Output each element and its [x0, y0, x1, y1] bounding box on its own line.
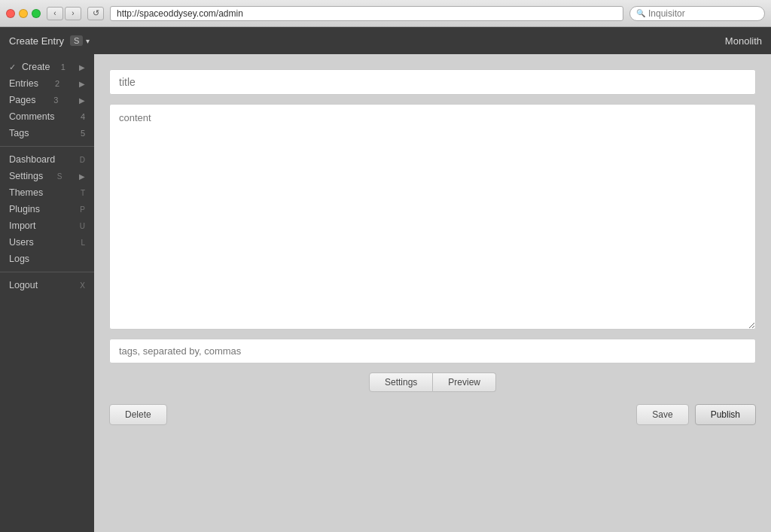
- search-icon: 🔍: [636, 9, 645, 17]
- arrow-icon: ▶: [79, 63, 85, 71]
- sidebar-shortcut: L: [81, 239, 85, 247]
- preview-tab[interactable]: Preview: [433, 372, 496, 392]
- sidebar-item-entries[interactable]: Entries 2 ▶: [0, 75, 94, 92]
- sidebar-item-pages[interactable]: Pages 3 ▶: [0, 92, 94, 108]
- app-name: Monolith: [725, 35, 762, 47]
- sidebar-item-label: Comments: [9, 111, 54, 122]
- sidebar-item-number: 2: [55, 79, 59, 88]
- close-button[interactable]: [6, 9, 15, 18]
- sidebar-item-settings[interactable]: Settings S ▶: [0, 168, 94, 184]
- save-button[interactable]: Save: [636, 404, 688, 425]
- maximize-button[interactable]: [32, 9, 41, 18]
- sidebar-item-label: Plugins: [9, 204, 40, 214]
- sidebar-item-logout[interactable]: Logout X: [0, 277, 94, 293]
- tags-input[interactable]: [109, 339, 756, 363]
- sidebar-item-number: 4: [81, 112, 85, 121]
- sidebar-item-number: 1: [61, 62, 66, 71]
- sidebar: ✓ Create 1 ▶ Entries 2 ▶ Pages 3 ▶: [0, 54, 94, 532]
- sidebar-item-number: 5: [81, 129, 85, 138]
- content-area: Settings Preview Delete Save Publish: [94, 54, 771, 532]
- action-row: Delete Save Publish: [109, 404, 756, 425]
- sidebar-item-label: Tags: [9, 128, 29, 138]
- sidebar-item-label: Themes: [9, 187, 43, 198]
- back-button[interactable]: ‹: [47, 7, 63, 20]
- content-textarea[interactable]: [109, 104, 756, 330]
- sidebar-shortcut: D: [80, 156, 85, 164]
- sidebar-item-label: Import: [9, 220, 35, 231]
- topbar-controls: S ▾: [70, 35, 90, 46]
- sidebar-item-label: Logs: [9, 254, 29, 264]
- sidebar-item-number: 3: [53, 96, 58, 105]
- sidebar-item-import[interactable]: Import U: [0, 217, 94, 234]
- sidebar-shortcut: T: [81, 189, 85, 197]
- sidebar-item-dashboard[interactable]: Dashboard D: [0, 151, 94, 168]
- sidebar-shortcut: U: [80, 222, 85, 230]
- sidebar-item-users[interactable]: Users L: [0, 234, 94, 251]
- topbar-title: Create Entry: [9, 35, 64, 47]
- minimize-button[interactable]: [19, 9, 28, 18]
- main-layout: ✓ Create 1 ▶ Entries 2 ▶ Pages 3 ▶: [0, 54, 771, 532]
- sidebar-divider-2: [0, 272, 94, 272]
- address-bar[interactable]: [110, 6, 623, 21]
- sidebar-item-plugins[interactable]: Plugins P: [0, 201, 94, 217]
- refresh-button[interactable]: ↺: [87, 7, 104, 20]
- topbar-badge[interactable]: S: [70, 35, 83, 46]
- sidebar-shortcut: P: [80, 205, 85, 214]
- delete-button[interactable]: Delete: [109, 404, 167, 425]
- sidebar-item-label: Logout: [9, 280, 38, 290]
- action-right: Save Publish: [636, 404, 756, 425]
- sidebar-item-label: Users: [9, 237, 34, 248]
- sidebar-shortcut: X: [80, 281, 85, 290]
- sidebar-item-comments[interactable]: Comments 4: [0, 108, 94, 125]
- publish-button[interactable]: Publish: [695, 404, 756, 425]
- topbar: Create Entry S ▾ Monolith: [0, 27, 771, 54]
- sidebar-item-tags[interactable]: Tags 5: [0, 125, 94, 141]
- chevron-down-icon: ▾: [86, 37, 90, 45]
- sidebar-item-themes[interactable]: Themes T: [0, 184, 94, 201]
- action-left: Delete: [109, 404, 167, 425]
- forward-button[interactable]: ›: [65, 7, 81, 20]
- arrow-icon: ▶: [79, 172, 85, 181]
- sidebar-shortcut: S: [57, 172, 62, 181]
- topbar-left: Create Entry S ▾: [9, 35, 90, 47]
- sidebar-item-label: Settings: [9, 171, 43, 181]
- settings-tab[interactable]: Settings: [369, 372, 433, 392]
- settings-preview-row: Settings Preview: [109, 372, 756, 392]
- sidebar-item-label: Entries: [9, 78, 38, 89]
- nav-buttons: ‹ ›: [47, 7, 81, 20]
- sidebar-item-label: Dashboard: [9, 154, 55, 165]
- sidebar-item-logs[interactable]: Logs: [0, 251, 94, 267]
- sidebar-item-label: Create: [22, 62, 50, 72]
- sidebar-item-label: Pages: [9, 95, 35, 105]
- traffic-lights: [6, 9, 41, 18]
- search-input[interactable]: [648, 8, 758, 19]
- app: Create Entry S ▾ Monolith ✓ Create 1 ▶ E: [0, 27, 771, 532]
- browser-chrome: ‹ › ↺ 🔍: [0, 0, 771, 27]
- arrow-icon: ▶: [79, 80, 85, 88]
- title-input[interactable]: [109, 69, 756, 95]
- browser-search: 🔍: [629, 6, 765, 21]
- arrow-icon: ▶: [79, 96, 85, 105]
- sidebar-item-create[interactable]: ✓ Create 1 ▶: [0, 59, 94, 75]
- check-icon: ✓: [9, 62, 16, 72]
- sidebar-divider: [0, 146, 94, 147]
